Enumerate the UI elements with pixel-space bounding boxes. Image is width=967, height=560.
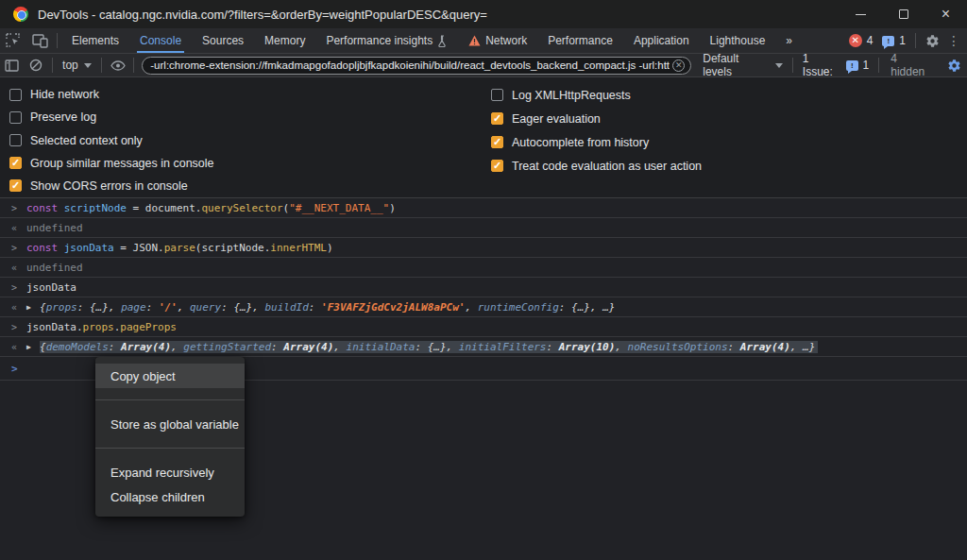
checkbox[interactable] [9,179,22,192]
hidden-messages-count: 4 hidden [883,52,941,78]
setting-eager-evaluation[interactable]: Eager evaluation [491,107,702,130]
javascript-context-dropdown[interactable]: top [57,59,97,72]
clear-console-icon [29,59,42,72]
tab-sources[interactable]: Sources [192,28,254,53]
console-command-row[interactable]: > const jsonData = JSON.parse(scriptNode… [0,238,967,258]
gear-icon [947,59,961,73]
console-object-preview-row-selected[interactable]: « ▶ {demoModels: Array(4), gettingStarte… [0,337,967,357]
toolbar-issue-link[interactable]: 1 Issue: ! 1 [803,52,869,78]
divider [792,58,793,73]
title-bar: DevTools - catalog.ngc.nvidia.com/?filte… [0,0,967,28]
checkbox[interactable] [491,89,503,101]
menu-separator [95,448,245,449]
checkbox[interactable] [491,160,503,172]
object-preview-text-selected[interactable]: {demoModels: Array(4), gettingStarted: A… [40,341,818,353]
settings-button[interactable] [920,34,944,48]
menu-item-copy-object[interactable]: Copy object [95,364,245,388]
console-toolbar: top -url:chrome-extension://fmkadmapgofa… [0,54,967,77]
filter-value: -url:chrome-extension://fmkadmapgofadopl… [150,59,670,71]
maximize-button[interactable] [882,0,925,28]
console-command-text: const scriptNode = document.querySelecto… [26,202,396,214]
checkbox[interactable] [491,136,503,148]
menu-item-collapse-children[interactable]: Collapse children [95,484,245,509]
setting-preserve-log[interactable]: Preserve log [9,106,482,128]
result-chevron-icon: « [11,342,26,352]
setting-selected-context-only[interactable]: Selected context only [9,128,482,151]
settings-column-right: Log XMLHttpRequests Eager evaluation Aut… [482,83,702,197]
expand-triangle-icon[interactable]: ▶ [26,303,40,312]
console-result-row[interactable]: « undefined [0,218,967,238]
tab-performance[interactable]: Performance [537,28,623,53]
console-command-row[interactable]: > const scriptNode = document.querySelec… [0,198,967,218]
setting-group-similar[interactable]: Group similar messages in console [9,152,482,175]
result-chevron-icon: « [11,223,26,233]
error-count: 4 [867,34,874,47]
menu-item-expand-recursively[interactable]: Expand recursively [95,460,245,484]
close-button[interactable]: × [925,0,967,28]
tabbar-right: ✕ 4 ! 1 ⋮ [849,28,967,53]
setting-autocomplete-history[interactable]: Autocomplete from history [491,130,702,154]
more-tabs-button[interactable]: » [775,28,803,53]
setting-hide-network[interactable]: Hide network [9,83,482,106]
tab-elements[interactable]: Elements [61,28,129,53]
context-menu: Copy object Store as global variable Exp… [95,357,245,517]
log-levels-dropdown[interactable]: Default levels [697,52,789,78]
checkbox[interactable] [9,111,22,124]
checkbox[interactable] [9,134,22,146]
tab-console[interactable]: Console [129,28,192,53]
console-sidebar-toggle-button[interactable] [0,59,25,72]
console-result-row[interactable]: « undefined [0,258,967,278]
result-chevron-icon: « [11,302,26,313]
divider [101,58,102,73]
console-command-text: jsonData.props.pageProps [26,321,177,333]
chevron-down-icon [775,63,783,68]
console-object-preview-row[interactable]: « ▶ {props: {…}, page: '/', query: {…}, … [0,297,967,317]
tab-network[interactable]: Network [458,28,537,53]
setting-show-cors-errors[interactable]: Show CORS errors in console [9,175,482,197]
live-expression-button[interactable] [106,60,130,71]
issue-count-badge[interactable]: ! 1 [882,34,906,47]
console-settings-pane: Hide network Preserve log Selected conte… [0,77,967,198]
result-chevron-icon: « [11,263,26,273]
prompt-chevron-icon: > [11,363,18,375]
flask-icon [437,35,448,47]
menu-spacer [95,388,245,394]
console-filter-input[interactable]: -url:chrome-extension://fmkadmapgofadopl… [142,57,691,75]
tab-application[interactable]: Application [623,28,700,53]
command-chevron-icon: > [11,203,26,213]
device-toolbar-button[interactable] [26,28,53,53]
devtools-tabbar: Elements Console Sources Memory Performa… [0,28,967,54]
checkbox[interactable] [9,89,22,101]
clear-filter-button[interactable]: ✕ [672,59,685,72]
inspect-element-button[interactable] [0,28,26,53]
setting-treat-code-user-action[interactable]: Treat code evaluation as user action [491,154,702,178]
tab-memory[interactable]: Memory [254,28,315,53]
console-command-row[interactable]: > jsonData [0,278,967,297]
console-log-area[interactable]: > const scriptNode = document.querySelec… [0,198,967,560]
tab-lighthouse[interactable]: Lighthouse [700,28,776,53]
console-command-row[interactable]: > jsonData.props.pageProps [0,317,967,337]
window-title: DevTools - catalog.ngc.nvidia.com/?filte… [38,8,487,22]
error-count-badge[interactable]: ✕ 4 [849,34,874,47]
checkbox[interactable] [9,157,22,169]
close-icon: × [942,7,950,22]
minimize-button[interactable] [840,0,882,28]
setting-log-xhr[interactable]: Log XMLHttpRequests [491,83,702,107]
tab-performance-insights[interactable]: Performance insights [315,28,458,53]
object-preview-text[interactable]: {props: {…}, page: '/', query: {…}, buil… [40,301,615,314]
expand-triangle-icon[interactable]: ▶ [26,343,40,351]
console-result-text: undefined [26,262,83,274]
devtools-window: DevTools - catalog.ngc.nvidia.com/?filte… [0,0,967,560]
command-chevron-icon: > [11,282,26,293]
divider [878,58,879,73]
error-icon: ✕ [849,34,862,47]
inspect-cursor-icon [6,33,21,48]
checkbox[interactable] [491,112,503,125]
more-options-button[interactable]: ⋮ [944,33,963,48]
kebab-icon: ⋮ [947,33,960,48]
menu-item-store-global[interactable]: Store as global variable [95,412,245,436]
clear-console-button[interactable] [25,59,49,72]
console-settings-button[interactable] [942,59,967,73]
console-result-text: undefined [26,222,83,234]
console-command-text: const jsonData = JSON.parse(scriptNode.i… [26,242,333,254]
